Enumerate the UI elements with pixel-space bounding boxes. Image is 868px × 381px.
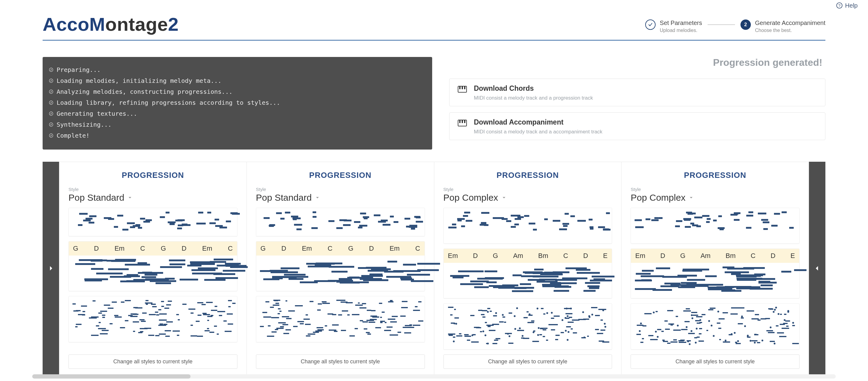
chord-label: E bbox=[603, 252, 608, 260]
svg-point-4 bbox=[49, 90, 53, 93]
chord-label: G bbox=[260, 244, 266, 253]
app-logo: AccoMontage2 bbox=[42, 13, 179, 35]
style-dropdown[interactable]: Pop Complex bbox=[443, 193, 612, 203]
chord-label: Em bbox=[115, 244, 124, 253]
svg-point-3 bbox=[49, 79, 53, 83]
check-circle-icon bbox=[49, 122, 54, 127]
melody-roll[interactable] bbox=[68, 208, 238, 236]
style-dropdown[interactable]: Pop Standard bbox=[68, 193, 238, 203]
chord-label: D bbox=[369, 244, 374, 253]
chord-label: Am bbox=[701, 252, 711, 260]
chord-roll[interactable]: GDEmCGDEmC bbox=[256, 241, 425, 291]
chord-label: Bm bbox=[725, 252, 736, 260]
change-style-button[interactable]: Change all styles to current style bbox=[68, 354, 238, 369]
chord-roll[interactable]: GDEmCGDEmC bbox=[68, 241, 238, 291]
chord-label: C bbox=[328, 244, 332, 253]
chord-labels: EmDGAmBmCDE bbox=[631, 249, 799, 263]
horizontal-scrollbar[interactable] bbox=[32, 374, 836, 379]
chord-label: C bbox=[751, 252, 756, 260]
chord-label: D bbox=[660, 252, 665, 260]
style-field-label: Style bbox=[630, 187, 800, 192]
chord-label: C bbox=[415, 244, 420, 253]
melody-roll[interactable] bbox=[256, 208, 425, 236]
download-title: Download Chords bbox=[474, 84, 593, 93]
change-style-button[interactable]: Change all styles to current style bbox=[256, 354, 425, 369]
chevron-left-icon bbox=[814, 265, 820, 272]
progression-card[interactable]: PROGRESSIONStylePop StandardGDEmCGDEmCCh… bbox=[59, 162, 247, 375]
step-set-parameters[interactable]: Set Parameters Upload melodies. bbox=[645, 20, 702, 33]
style-dropdown[interactable]: Pop Complex bbox=[630, 193, 800, 203]
chord-label: D bbox=[771, 252, 775, 260]
svg-point-5 bbox=[49, 101, 53, 105]
chord-label: D bbox=[94, 244, 99, 253]
svg-rect-14 bbox=[459, 120, 461, 123]
step-title: Generate Accompaniment bbox=[755, 20, 826, 27]
chord-label: G bbox=[73, 244, 78, 253]
melody-roll[interactable] bbox=[630, 208, 800, 244]
midi-icon bbox=[458, 84, 467, 101]
texture-roll[interactable] bbox=[68, 296, 238, 342]
chord-label: C bbox=[228, 244, 233, 253]
download-accompaniment-button[interactable]: Download Accompaniment MIDI consist a me… bbox=[449, 112, 826, 140]
check-circle-icon bbox=[49, 133, 54, 138]
style-dropdown[interactable]: Pop Standard bbox=[256, 193, 425, 203]
topbar: ? Help bbox=[10, 0, 858, 7]
download-sub: MIDI consist a melody track and a progre… bbox=[474, 95, 593, 101]
chevron-down-icon bbox=[315, 195, 320, 200]
carousel-prev-button[interactable] bbox=[42, 162, 59, 375]
chord-labels: GDEmCGDEmC bbox=[256, 241, 425, 256]
chord-label: D bbox=[583, 252, 588, 260]
card-title: PROGRESSION bbox=[630, 171, 800, 180]
chevron-down-icon bbox=[688, 195, 694, 200]
check-icon bbox=[645, 20, 656, 30]
style-value: Pop Complex bbox=[630, 193, 685, 203]
style-field-label: Style bbox=[68, 187, 238, 192]
step-generate[interactable]: 2 Generate Accompaniment Choose the best… bbox=[741, 20, 826, 33]
chord-label: D bbox=[281, 244, 286, 253]
step-connector bbox=[708, 24, 735, 25]
progression-carousel: PROGRESSIONStylePop StandardGDEmCGDEmCCh… bbox=[42, 162, 826, 375]
check-circle-icon bbox=[49, 111, 54, 116]
chord-label: E bbox=[790, 252, 795, 260]
chord-roll[interactable]: EmDGAmBmCDE bbox=[630, 248, 800, 298]
texture-roll[interactable] bbox=[256, 296, 425, 342]
change-style-button[interactable]: Change all styles to current style bbox=[630, 354, 800, 369]
chord-label: G bbox=[680, 252, 685, 260]
style-value: Pop Standard bbox=[256, 193, 312, 203]
style-value: Pop Complex bbox=[443, 193, 498, 203]
melody-roll[interactable] bbox=[443, 208, 612, 244]
check-circle-icon bbox=[49, 100, 54, 105]
svg-rect-16 bbox=[464, 120, 465, 123]
check-circle-icon bbox=[49, 67, 54, 72]
chord-label: D bbox=[473, 252, 478, 260]
chevron-right-icon bbox=[48, 265, 54, 272]
progression-card[interactable]: PROGRESSIONStylePop ComplexEmDGAmBmCDECh… bbox=[621, 162, 809, 375]
svg-rect-11 bbox=[462, 86, 463, 89]
style-value: Pop Standard bbox=[68, 193, 124, 203]
change-style-button[interactable]: Change all styles to current style bbox=[443, 354, 612, 369]
texture-roll[interactable] bbox=[443, 303, 612, 350]
chord-label: G bbox=[161, 244, 166, 253]
help-link[interactable]: ? Help bbox=[836, 2, 858, 9]
svg-point-8 bbox=[49, 134, 53, 137]
progression-card[interactable]: PROGRESSIONStylePop StandardGDEmCGDEmCCh… bbox=[247, 162, 434, 375]
svg-rect-10 bbox=[459, 86, 461, 89]
chord-roll[interactable]: EmDGAmBmCDE bbox=[443, 248, 612, 298]
svg-rect-12 bbox=[464, 86, 465, 89]
chord-label: C bbox=[140, 244, 145, 253]
chevron-down-icon bbox=[501, 195, 507, 200]
card-title: PROGRESSION bbox=[256, 171, 425, 180]
status-text: Progression generated! bbox=[449, 57, 823, 68]
texture-roll[interactable] bbox=[630, 303, 800, 350]
scrollbar-thumb[interactable] bbox=[32, 374, 190, 379]
progress-steps: Set Parameters Upload melodies. 2 Genera… bbox=[645, 20, 826, 35]
chord-labels: EmDGAmBmCDE bbox=[444, 249, 612, 263]
chord-labels: GDEmCGDEmC bbox=[69, 241, 237, 256]
page-header: AccoMontage2 Set Parameters Upload melod… bbox=[42, 13, 826, 40]
chord-label: Bm bbox=[538, 252, 548, 260]
chord-label: Em bbox=[390, 244, 400, 253]
carousel-next-button[interactable] bbox=[809, 162, 826, 375]
step-number-icon: 2 bbox=[741, 20, 751, 30]
download-chords-button[interactable]: Download Chords MIDI consist a melody tr… bbox=[449, 79, 826, 106]
progression-card[interactable]: PROGRESSIONStylePop ComplexEmDGAmBmCDECh… bbox=[434, 162, 622, 375]
